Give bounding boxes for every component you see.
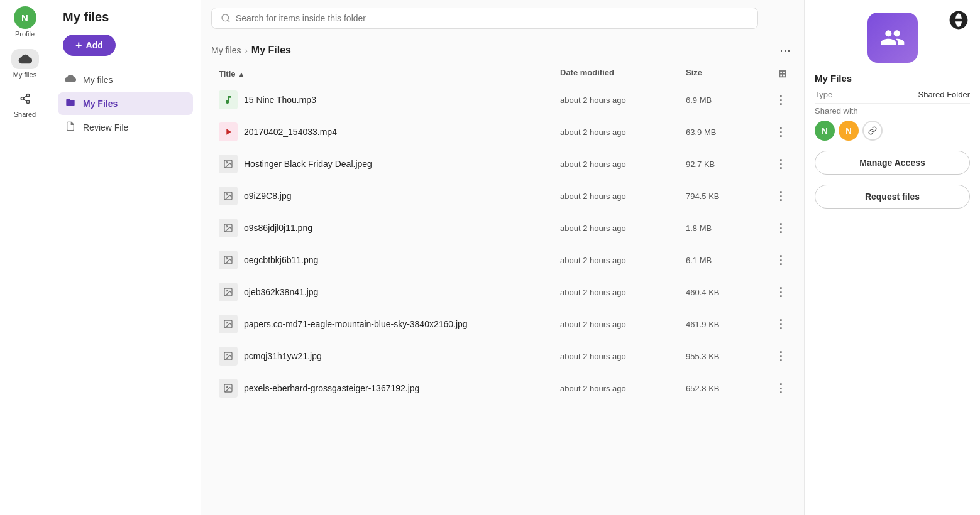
manage-access-button[interactable]: Manage Access <box>815 151 970 175</box>
svg-point-12 <box>226 226 228 227</box>
folder-icon <box>867 13 918 63</box>
file-size: 794.5 KB <box>686 192 761 201</box>
file-name: o9s86jdjl0j11.png <box>244 223 312 233</box>
file-size: 63.9 MB <box>686 127 761 137</box>
file-name-cell: ojeb362k38n41.jpg <box>219 283 560 301</box>
file-name-cell: Hostinger Black Friday Deal.jpeg <box>219 154 560 173</box>
file-name: ojeb362k38n41.jpg <box>244 287 318 297</box>
request-files-button[interactable]: Request files <box>815 185 970 209</box>
table-row[interactable]: 20170402_154033.mp4 about 2 hours ago 63… <box>211 116 794 148</box>
file-date: about 2 hours ago <box>560 127 686 137</box>
breadcrumb: My files › My Files <box>211 45 291 56</box>
file-size: 6.1 MB <box>686 256 761 265</box>
file-name: oegcbtbkj6b11.png <box>244 255 318 265</box>
cloud-nav-icon <box>64 73 77 86</box>
sidebar-item-myfiles-label: My files <box>13 71 36 79</box>
shared-avatars: N N <box>815 121 970 141</box>
table-row[interactable]: 15 Nine Thou.mp3 about 2 hours ago 6.9 M… <box>211 84 794 116</box>
file-type-icon <box>219 379 238 398</box>
nav-item-my-files-label: My files <box>83 75 113 85</box>
file-more-button[interactable]: ⋮ <box>761 285 786 299</box>
breadcrumb-current: My Files <box>251 45 291 56</box>
svg-point-0 <box>26 94 30 97</box>
add-button[interactable]: + Add <box>63 35 116 56</box>
file-name-cell: o9iZ9C8.jpg <box>219 187 560 205</box>
view-toggle-icon[interactable]: ⊞ <box>778 68 786 80</box>
svg-point-14 <box>226 258 228 259</box>
file-type-icon <box>219 187 238 205</box>
file-type-icon <box>219 251 238 269</box>
file-name: Hostinger Black Friday Deal.jpeg <box>244 159 372 169</box>
top-right-logo <box>947 9 970 33</box>
main-content: My files › My Files ⋯ Title ▲ Date modif… <box>201 0 804 515</box>
file-name-cell: 20170402_154033.mp4 <box>219 122 560 141</box>
panel-divider <box>815 103 970 104</box>
search-icon <box>221 13 231 23</box>
file-more-button[interactable]: ⋮ <box>761 349 786 363</box>
file-name: pexels-eberhard-grossgasteiger-1367192.j… <box>244 383 419 393</box>
avatar[interactable]: N <box>14 6 36 29</box>
nav-panel: My files + Add My files My Files Review … <box>50 0 201 515</box>
file-rows-container: 15 Nine Thou.mp3 about 2 hours ago 6.9 M… <box>211 84 794 404</box>
file-type-icon <box>219 90 238 109</box>
profile-label: Profile <box>15 30 35 38</box>
sidebar-item-shared-label: Shared <box>14 111 36 118</box>
file-type-icon <box>219 122 238 141</box>
file-name: pcmqj31h1yw21.jpg <box>244 351 322 361</box>
file-size: 460.4 KB <box>686 288 761 297</box>
svg-point-5 <box>222 14 229 21</box>
share-link-icon[interactable] <box>862 121 883 141</box>
file-more-button[interactable]: ⋮ <box>761 93 786 107</box>
table-row[interactable]: papers.co-md71-eagle-mountain-blue-sky-3… <box>211 308 794 340</box>
sidebar-item-myfiles[interactable]: My files <box>0 44 50 84</box>
table-row[interactable]: o9s86jdjl0j11.png about 2 hours ago 1.8 … <box>211 212 794 244</box>
file-more-button[interactable]: ⋮ <box>761 317 786 331</box>
col-size-header: Size <box>686 68 761 80</box>
table-row[interactable]: oegcbtbkj6b11.png about 2 hours ago 6.1 … <box>211 244 794 276</box>
folder-svg-icon <box>880 25 905 50</box>
sort-arrow-icon: ▲ <box>238 70 245 78</box>
breadcrumb-parent[interactable]: My files <box>211 45 241 55</box>
svg-point-8 <box>226 162 228 163</box>
file-name-cell: 15 Nine Thou.mp3 <box>219 90 560 109</box>
svg-point-20 <box>226 354 228 355</box>
table-row[interactable]: o9iZ9C8.jpg about 2 hours ago 794.5 KB ⋮ <box>211 180 794 212</box>
file-name: papers.co-md71-eagle-mountain-blue-sky-3… <box>244 319 468 329</box>
file-size: 652.8 KB <box>686 384 761 393</box>
folder-nav-icon <box>64 97 77 110</box>
search-input[interactable] <box>236 13 749 23</box>
right-panel-info: My Files Type Shared Folder Shared with … <box>815 73 970 141</box>
right-panel-type-row: Type Shared Folder <box>815 90 970 99</box>
col-title-header[interactable]: Title ▲ <box>219 68 560 80</box>
file-date: about 2 hours ago <box>560 288 686 297</box>
sidebar-item-shared[interactable]: Shared <box>0 84 50 123</box>
file-date: about 2 hours ago <box>560 352 686 361</box>
nav-item-review-file-label: Review File <box>83 122 128 133</box>
right-panel-folder-name: My Files <box>815 73 970 84</box>
file-name-cell: papers.co-md71-eagle-mountain-blue-sky-3… <box>219 315 560 333</box>
nav-item-my-files-folder[interactable]: My Files <box>58 92 193 115</box>
file-more-button[interactable]: ⋮ <box>761 125 786 139</box>
table-row[interactable]: Hostinger Black Friday Deal.jpeg about 2… <box>211 148 794 180</box>
file-more-button[interactable]: ⋮ <box>761 157 786 171</box>
type-value: Shared Folder <box>918 90 970 99</box>
file-more-button[interactable]: ⋮ <box>761 381 786 395</box>
file-name: 15 Nine Thou.mp3 <box>244 95 316 105</box>
file-more-button[interactable]: ⋮ <box>761 189 786 203</box>
file-date: about 2 hours ago <box>560 95 686 105</box>
table-row[interactable]: pexels-eberhard-grossgasteiger-1367192.j… <box>211 372 794 404</box>
svg-point-10 <box>226 194 228 195</box>
nav-item-review-file[interactable]: Review File <box>58 116 193 139</box>
file-more-button[interactable]: ⋮ <box>761 253 786 267</box>
sidebar: N Profile My files Shared <box>0 0 50 515</box>
file-more-button[interactable]: ⋮ <box>761 221 786 235</box>
more-options-button[interactable]: ⋯ <box>776 41 794 59</box>
nav-item-my-files[interactable]: My files <box>58 68 193 91</box>
file-name: o9iZ9C8.jpg <box>244 191 292 201</box>
table-row[interactable]: ojeb362k38n41.jpg about 2 hours ago 460.… <box>211 276 794 308</box>
svg-line-6 <box>228 20 229 22</box>
file-date: about 2 hours ago <box>560 320 686 329</box>
table-row[interactable]: pcmqj31h1yw21.jpg about 2 hours ago 955.… <box>211 340 794 372</box>
file-name-cell: pcmqj31h1yw21.jpg <box>219 347 560 366</box>
file-date: about 2 hours ago <box>560 384 686 393</box>
